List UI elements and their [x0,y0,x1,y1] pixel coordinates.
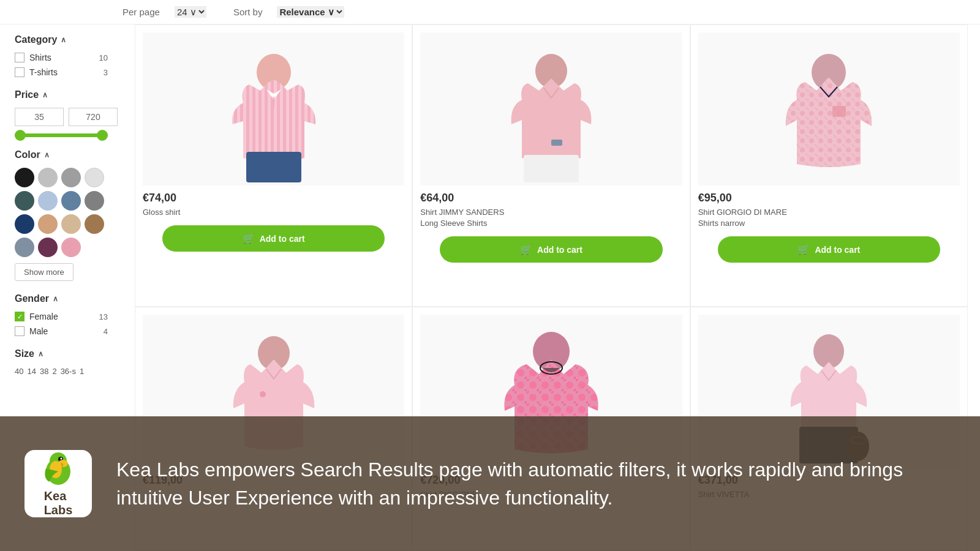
female-checkbox[interactable]: ✓ [15,312,24,321]
color-swatch-14[interactable] [61,238,81,257]
per-page-select[interactable]: 24 ∨ [175,6,206,18]
size-2: 2 [52,367,56,376]
page-wrapper: Per page 24 ∨ Sort by Relevance ∨ Catego… [0,0,980,551]
color-swatch-13[interactable] [38,238,58,257]
category-title: Category ∧ [15,34,108,45]
color-title: Color ∧ [15,149,108,160]
color-arrow-icon: ∧ [44,151,50,159]
svg-rect-3 [246,152,301,182]
add-to-cart-button-1[interactable]: 🛒 Add to cart [162,225,385,252]
sort-select[interactable]: Relevance ∨ [277,6,344,18]
tshirts-count: 3 [104,68,108,77]
svg-rect-6 [551,140,562,146]
shirts-label: Shirts [29,53,51,62]
color-swatch-4[interactable] [15,191,34,211]
product-price-3: €95,00 [698,192,732,204]
color-swatch-11[interactable] [85,214,104,234]
price-min-input[interactable] [15,108,64,126]
size-title: Size ∧ [15,348,108,359]
product-name-3: Shirt GIORGIO DI MARE Shirts narrow [698,207,787,229]
add-to-cart-button-2[interactable]: 🛒 Add to cart [440,236,662,263]
gender-filter: Gender ∧ ✓ Female 13 Male 4 [15,293,108,336]
gender-title: Gender ∧ [15,293,108,304]
price-slider-track[interactable] [15,133,108,137]
price-arrow-icon: ∧ [42,91,48,99]
per-page-label: Per page [123,7,160,17]
size-items: 40 14 38 2 36-s 1 [15,367,108,376]
product-image-1 [143,32,404,186]
sort-label: Sort by [233,7,263,17]
overlay-message: Kea Labs empowers Search Results page wi… [116,455,956,512]
price-max-input[interactable] [69,108,118,126]
color-swatch-5[interactable] [38,191,58,211]
kea-logo: KeaLabs [24,450,92,517]
filter-item-shirts: Shirts 10 [15,53,108,62]
kea-parrot-icon [40,450,77,487]
category-arrow-icon: ∧ [61,36,66,44]
product-price-1: €74,00 [143,192,176,204]
color-filter: Color ∧ Show more [15,149,108,281]
size-1: 1 [80,367,84,376]
price-slider-thumb-right[interactable] [97,130,108,141]
male-label: Male [29,326,48,336]
size-40: 40 [15,367,23,376]
product-price-2: €64,00 [420,192,454,204]
price-title: Price ∧ [15,89,108,100]
color-swatch-1[interactable] [38,168,58,187]
shirts-checkbox[interactable] [15,53,24,62]
bottom-overlay: KeaLabs Kea Labs empowers Search Results… [0,416,980,551]
filter-item-female: ✓ Female 13 [15,312,108,321]
color-swatch-3[interactable] [85,168,104,187]
color-swatch-9[interactable] [38,214,58,234]
gender-arrow-icon: ∧ [53,294,58,303]
color-swatch-10[interactable] [61,214,81,234]
add-to-cart-button-3[interactable]: 🛒 Add to cart [718,236,940,263]
color-swatch-8[interactable] [15,214,34,234]
kea-logo-label: KeaLabs [44,489,73,517]
female-label: Female [29,312,58,321]
male-checkbox[interactable] [15,326,24,336]
svg-point-14 [260,391,266,397]
top-bar: Per page 24 ∨ Sort by Relevance ∨ [0,0,980,24]
color-swatches [15,168,108,257]
product-image-2 [420,32,682,186]
female-count: 13 [99,312,108,321]
product-card-3: €95,00 Shirt GIORGIO DI MARE Shirts narr… [690,24,968,307]
product-svg-2 [502,36,600,182]
tshirts-checkbox[interactable] [15,67,24,77]
filter-item-male: Male 4 [15,326,108,336]
color-swatch-6[interactable] [61,191,81,211]
product-name-2: Shirt JIMMY SANDERS Long Sleeve Shirts [420,207,504,229]
size-38: 38 [40,367,48,376]
color-swatch-0[interactable] [15,168,34,187]
show-more-button[interactable]: Show more [15,263,74,281]
size-arrow-icon: ∧ [38,350,43,358]
price-slider-thumb-left[interactable] [15,130,26,141]
product-card-1: €74,00 Gloss shirt 🛒 Add to cart [135,24,412,307]
male-count: 4 [104,327,108,336]
product-svg-1 [225,36,323,182]
cart-icon-2: 🛒 [520,244,532,255]
price-inputs [15,108,108,126]
filter-item-tshirts: T-shirts 3 [15,67,108,77]
size-36s: 36-s [61,367,76,376]
price-slider-fill [15,133,108,137]
product-svg-3 [780,36,878,182]
size-14: 14 [27,367,36,376]
product-image-3 [698,32,960,186]
price-filter: Price ∧ [15,89,108,137]
size-filter: Size ∧ 40 14 38 2 36-s 1 [15,348,108,376]
color-swatch-2[interactable] [61,168,81,187]
product-name-1: Gloss shirt [143,207,180,218]
category-filter: Category ∧ Shirts 10 T-shirts 3 [15,34,108,77]
svg-rect-5 [524,155,579,182]
product-card-2: €64,00 Shirt JIMMY SANDERS Long Sleeve S… [412,24,690,307]
cart-icon-3: 🛒 [797,244,810,255]
shirts-count: 10 [99,53,108,62]
svg-point-29 [61,458,62,460]
svg-rect-12 [832,106,846,117]
color-swatch-12[interactable] [15,238,34,257]
cart-icon-1: 🛒 [243,233,255,244]
tshirts-label: T-shirts [29,67,58,77]
color-swatch-7[interactable] [85,191,104,211]
